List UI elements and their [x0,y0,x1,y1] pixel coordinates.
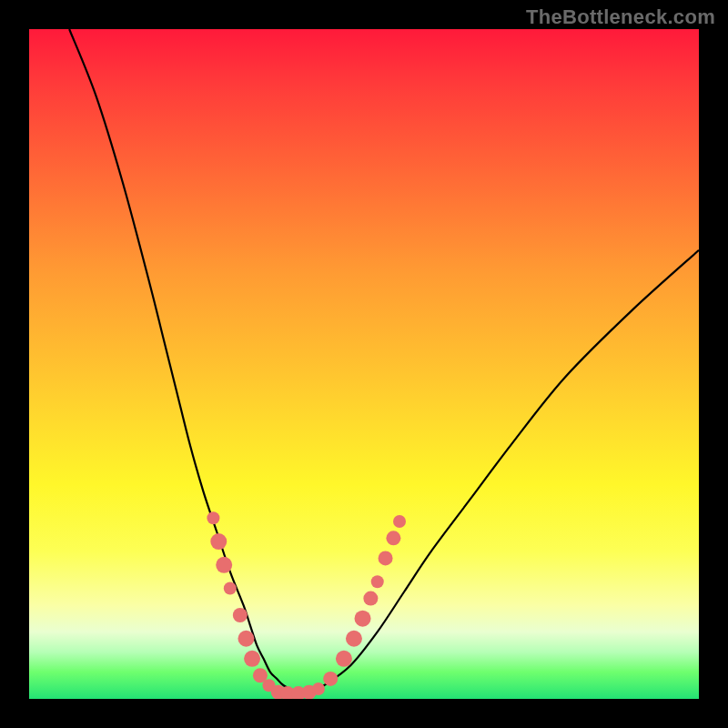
curve-marker [371,575,384,588]
curve-marker [379,551,393,565]
curve-marker [346,631,362,647]
curve-marker [386,531,400,545]
curve-marker [233,608,248,622]
curve-marker [355,611,371,627]
watermark-text: TheBottleneck.com [526,5,715,29]
curve-marker [323,672,338,686]
chart-plot-area [29,29,699,699]
curve-marker [238,631,254,647]
curve-marker [363,592,378,606]
curve-marker [216,557,232,573]
curve-marker [207,511,219,524]
chart-svg [29,29,699,699]
curve-markers [207,511,406,699]
curve-marker [210,533,227,550]
curve-marker [393,515,406,528]
bottleneck-curve [69,29,699,693]
curve-marker [336,651,352,667]
curve-marker [244,651,260,667]
curve-marker [224,582,237,595]
curve-marker [312,682,325,695]
